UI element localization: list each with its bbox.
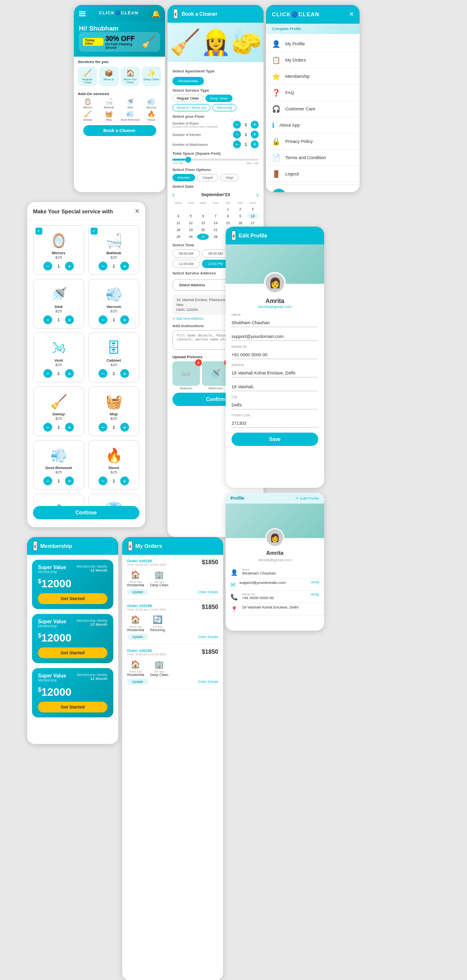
floor-wooden[interactable]: Wooden: [172, 174, 195, 181]
apt-type-residential[interactable]: Residential: [172, 77, 204, 85]
edit-profile-back[interactable]: ‹: [232, 231, 236, 240]
sweep-plus[interactable]: +: [65, 423, 74, 432]
back-button[interactable]: ‹: [173, 9, 178, 19]
time-11am[interactable]: 11:00 AM: [172, 260, 200, 268]
address2-input[interactable]: [232, 383, 318, 391]
kitchen-minus[interactable]: −: [233, 131, 241, 138]
menu-item-logout[interactable]: 🚪 Logout: [266, 166, 360, 182]
cal-day-15[interactable]: 15: [222, 220, 234, 226]
membership-back-button[interactable]: ‹: [33, 541, 37, 551]
menu-item-care[interactable]: 🎧 Customer Care: [266, 101, 360, 117]
rooms-plus[interactable]: +: [251, 121, 259, 129]
continue-button[interactable]: Continue: [33, 506, 139, 519]
mobile-input[interactable]: [232, 351, 318, 359]
bathtub-minus[interactable]: −: [99, 262, 107, 270]
card2-get-started[interactable]: Get Started: [38, 647, 107, 658]
cal-day-7[interactable]: 7: [209, 213, 221, 219]
mop-plus[interactable]: +: [120, 423, 129, 432]
postal-input[interactable]: [232, 419, 318, 428]
email-input[interactable]: [232, 333, 318, 341]
service-regular[interactable]: 🧹Regular Clean: [78, 67, 97, 86]
vaccum-minus[interactable]: −: [99, 315, 107, 324]
upload-bedroom[interactable]: 🛏 × Bedroom: [172, 361, 200, 390]
addon-sink[interactable]: 🚿Sink: [120, 98, 140, 109]
sweep-minus[interactable]: −: [43, 423, 52, 432]
sink-plus[interactable]: +: [65, 315, 74, 324]
time-8am[interactable]: 08:00 AM: [172, 249, 200, 258]
cal-day-18[interactable]: 18: [172, 227, 184, 233]
cal-day-3[interactable]: 3: [247, 206, 259, 212]
menu-item-about[interactable]: ℹ About App: [266, 117, 360, 134]
addon-vacuum[interactable]: 💨Vacuum: [141, 98, 161, 109]
vaccum-plus[interactable]: +: [120, 315, 129, 324]
menu-item-faq[interactable]: ❓ FAQ: [266, 85, 360, 101]
svc-regular[interactable]: Regular Clean: [172, 95, 203, 102]
profile-edit-link[interactable]: ✏ Edit Profile: [296, 496, 319, 501]
dust-plus[interactable]: +: [65, 476, 74, 485]
cal-day-17[interactable]: 17: [247, 220, 259, 226]
menu-item-membership[interactable]: ⭐ Membership: [266, 68, 360, 85]
mop-minus[interactable]: −: [99, 423, 107, 432]
addon-sweep[interactable]: 🧹Sweep: [78, 110, 98, 121]
cal-day-19[interactable]: 19: [185, 227, 197, 233]
svc-recurring[interactable]: Recurring: [212, 104, 236, 111]
cal-day-9[interactable]: 9: [234, 213, 246, 219]
space-slider[interactable]: 120 sqft 900+ sqft: [172, 159, 259, 165]
cal-day-16[interactable]: 16: [234, 220, 246, 226]
address-input[interactable]: [232, 369, 318, 377]
cal-day-27[interactable]: 27: [197, 234, 209, 240]
order2-update[interactable]: Update: [127, 634, 148, 640]
order2-details-btn[interactable]: Order Details: [198, 634, 218, 640]
orders-back-button[interactable]: ‹: [128, 541, 133, 551]
cal-day-20[interactable]: 20: [197, 227, 209, 233]
addon-bathtub[interactable]: 🛁Bathtub: [99, 98, 119, 109]
rooms-minus[interactable]: −: [233, 121, 241, 129]
vent-minus[interactable]: −: [43, 369, 52, 378]
svc-deep[interactable]: Deep Clean: [205, 95, 233, 102]
mirrors-plus[interactable]: +: [65, 262, 74, 270]
menu-item-orders[interactable]: 📋 My Orders: [266, 52, 360, 68]
cal-next-button[interactable]: ›: [256, 191, 259, 199]
floor-carpet[interactable]: Carpet: [197, 174, 218, 181]
order1-update[interactable]: Update: [127, 589, 148, 595]
menu-item-terms[interactable]: 📄 Terms and Condition: [266, 150, 360, 166]
floor-vinyl[interactable]: Vinyl: [220, 174, 238, 181]
dust-minus[interactable]: −: [43, 476, 52, 485]
hamburger-icon[interactable]: [79, 11, 86, 16]
cal-day-10[interactable]: 10: [247, 213, 259, 219]
service-deep[interactable]: ✨Deep Clean: [142, 67, 161, 86]
order3-update[interactable]: Update: [127, 678, 148, 685]
cal-day-13[interactable]: 13: [197, 220, 209, 226]
addon-mop[interactable]: 🧺Mop: [99, 110, 119, 121]
cal-day-21[interactable]: 21: [209, 227, 221, 233]
menu-item-profile[interactable]: 👤 My Profile: [266, 36, 360, 52]
service-movein[interactable]: 📦Move In: [99, 67, 118, 86]
addon-check-bathtub[interactable]: ✓: [91, 228, 98, 235]
addon-dust[interactable]: 💨Dust Removal: [120, 110, 140, 121]
vent-plus[interactable]: +: [65, 369, 74, 378]
washroom-plus[interactable]: +: [251, 140, 259, 148]
order3-details-btn[interactable]: Order Details: [198, 678, 218, 685]
cal-day-26[interactable]: 26: [185, 234, 197, 240]
addon-close-button[interactable]: ×: [135, 207, 139, 216]
cal-day-8[interactable]: 8: [222, 213, 234, 219]
save-button[interactable]: Save: [232, 433, 318, 446]
order1-details-btn[interactable]: Order Details: [198, 589, 218, 595]
menu-close-button[interactable]: ×: [349, 10, 354, 19]
washroom-minus[interactable]: −: [233, 140, 241, 148]
addon-stove[interactable]: 🔥Stove: [141, 110, 161, 121]
email-verify-link[interactable]: Verify: [310, 580, 319, 584]
book-cleaner-button[interactable]: Book a Cleaner: [83, 125, 156, 136]
city-input[interactable]: [232, 401, 318, 409]
cal-day-5[interactable]: 5: [185, 213, 197, 219]
addon-check-mirrors[interactable]: ✓: [35, 228, 42, 235]
cal-day-28[interactable]: 28: [209, 234, 221, 240]
addon-mirrors[interactable]: 🪞Mirrors: [78, 98, 98, 109]
cal-day-12[interactable]: 12: [185, 220, 197, 226]
upload-delete-bedroom[interactable]: ×: [195, 359, 202, 366]
cal-day-14[interactable]: 14: [209, 220, 221, 226]
sink-minus[interactable]: −: [43, 315, 52, 324]
phone-verify-link[interactable]: Verify: [310, 593, 319, 596]
cal-day-6[interactable]: 6: [197, 213, 209, 219]
cal-prev-button[interactable]: ‹: [172, 191, 175, 199]
